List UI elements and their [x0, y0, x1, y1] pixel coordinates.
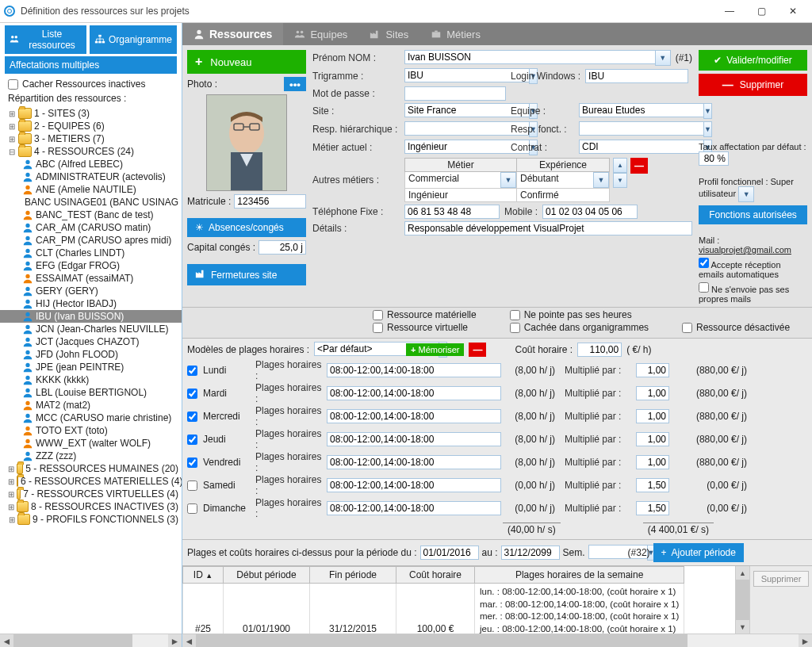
left-h-scrollbar[interactable]: ◄ ►: [0, 634, 182, 647]
day-range-input[interactable]: [327, 478, 501, 492]
col-start[interactable]: Début période: [224, 567, 310, 584]
tree-resource-item[interactable]: KKKK (kkkk): [0, 373, 182, 386]
tree-resource-item[interactable]: JCT (Jacques CHAZOT): [0, 335, 182, 348]
tree-resource-item[interactable]: BANC USINAGE01 (BANC USINAG: [0, 196, 182, 209]
period-row[interactable]: #2501/01/190031/12/2015100,00 €lun. : 08…: [183, 584, 684, 634]
details-input[interactable]: [404, 221, 692, 235]
tree-resource-item[interactable]: JCN (Jean-Charles NEUVILLE): [0, 323, 182, 335]
day-checkbox[interactable]: [187, 435, 197, 445]
login-input[interactable]: [585, 69, 688, 83]
remove-model-button[interactable]: —: [469, 343, 486, 357]
chevron-down-icon[interactable]: ▼: [738, 186, 754, 202]
contrat-input[interactable]: [579, 140, 703, 154]
day-checkbox[interactable]: [187, 503, 197, 514]
tree-resource-item[interactable]: JPE (jean PEINTRE): [0, 361, 182, 373]
expand-icon[interactable]: ⊞: [8, 477, 14, 486]
tree-folder[interactable]: ⊞2 - EQUIPES (6): [0, 120, 182, 132]
tree-resource-item[interactable]: EFG (Edgar FROG): [0, 259, 182, 272]
auto-emails-checkbox[interactable]: Accepte réception emails automatiques: [699, 258, 807, 279]
tree-resource-item[interactable]: CAR_PM (CARUSO apres midi): [0, 234, 182, 247]
day-range-input[interactable]: [327, 501, 501, 515]
resource-tree[interactable]: ⊞1 - SITES (3)⊞2 - EQUIPES (6)⊞3 - METIE…: [0, 105, 182, 634]
hidden-org-checkbox[interactable]: Cachée dans organigrammes: [510, 322, 663, 333]
memorize-button[interactable]: +Mémoriser: [406, 343, 464, 356]
expand-icon[interactable]: ⊞: [8, 503, 14, 511]
hourly-cost-input[interactable]: [577, 343, 622, 357]
scroll-down-icon[interactable]: ▼: [736, 620, 749, 634]
tree-folder[interactable]: ⊞7 - RESSOURCES VIRTUELLES (4): [0, 488, 182, 500]
tree-resource-item[interactable]: ANE (Amelie NAUTILE): [0, 183, 182, 196]
day-mult-input[interactable]: [636, 432, 669, 446]
day-checkbox[interactable]: [187, 412, 197, 422]
tab-metiers[interactable]: Métiers: [419, 23, 492, 45]
tree-folder[interactable]: ⊞1 - SITES (3): [0, 107, 182, 120]
list-resources-button[interactable]: Liste ressources: [5, 25, 86, 54]
org-chart-button[interactable]: Organigramme: [90, 25, 177, 54]
tree-resource-item[interactable]: IBU (Ivan BUISSON): [0, 310, 182, 323]
chevron-down-icon[interactable]: ▼: [500, 172, 516, 188]
day-mult-input[interactable]: [636, 386, 669, 400]
scroll-down-icon[interactable]: ▼: [613, 173, 627, 188]
day-mult-input[interactable]: [636, 501, 669, 515]
tree-resource-item[interactable]: HIJ (Hector IBADJ): [0, 297, 182, 310]
tree-resource-item[interactable]: CAR_AM (CARUSO matin): [0, 221, 182, 234]
day-range-input[interactable]: [327, 386, 501, 400]
day-checkbox[interactable]: [187, 480, 197, 491]
day-range-input[interactable]: [327, 409, 501, 423]
remove-metier-button[interactable]: —: [630, 158, 648, 174]
tree-resource-item[interactable]: TOTO EXT (toto): [0, 424, 182, 437]
chevron-down-icon[interactable]: ▼: [655, 50, 671, 66]
expand-icon[interactable]: ⊞: [8, 465, 14, 473]
day-checkbox[interactable]: [187, 389, 197, 399]
validate-button[interactable]: ✔Valider/modifier: [699, 50, 807, 71]
scroll-left-icon[interactable]: ◄: [0, 634, 13, 647]
tree-resource-item[interactable]: BANC_TEST (Banc de test): [0, 209, 182, 221]
tree-resource-item[interactable]: ADMINISTRATEUR (actevolis): [0, 170, 182, 183]
col-end[interactable]: Fin période: [310, 567, 396, 584]
col-cost[interactable]: Coût horaire: [396, 567, 475, 584]
tree-folder[interactable]: ⊞8 - RESSOURCES INACTIVES (3): [0, 500, 182, 513]
chevron-down-icon[interactable]: ▼: [593, 172, 609, 188]
sort-asc-icon[interactable]: ▲: [205, 572, 213, 580]
tree-resource-item[interactable]: ZZZ (zzz): [0, 450, 182, 462]
mail-link[interactable]: visualprojet@gmail.com: [699, 245, 791, 255]
tree-resource-item[interactable]: MCC (CARUSO marie christine): [0, 412, 182, 424]
scroll-right-icon[interactable]: ►: [799, 634, 812, 647]
tel-input[interactable]: [404, 205, 500, 219]
taux-input[interactable]: [699, 151, 729, 166]
tree-resource-item[interactable]: CLT (Charles LINDT): [0, 247, 182, 259]
col-detail[interactable]: Plages horaires de la semaine: [475, 567, 684, 584]
period-to-input[interactable]: [501, 546, 560, 560]
day-checkbox[interactable]: [187, 366, 197, 376]
tree-resource-item[interactable]: WWW_EXT (walter WOLF): [0, 437, 182, 450]
password-input[interactable]: [404, 86, 506, 101]
name-input[interactable]: [404, 50, 655, 64]
day-mult-input[interactable]: [636, 478, 669, 492]
tree-folder[interactable]: ⊞3 - METIERS (7): [0, 132, 182, 145]
close-button[interactable]: ✕: [777, 0, 809, 22]
tree-folder[interactable]: ⊟4 - RESSOURCES (24): [0, 145, 182, 158]
right-h-scrollbar[interactable]: ◄ ►: [182, 634, 812, 647]
minimize-button[interactable]: ―: [714, 0, 745, 22]
photo-browse-button[interactable]: •••: [284, 77, 306, 91]
matricule-input[interactable]: [234, 194, 306, 209]
period-from-input[interactable]: [420, 546, 479, 560]
add-period-button[interactable]: +Ajouter période: [653, 543, 744, 562]
scroll-left-icon[interactable]: ◄: [182, 634, 196, 647]
mobile-input[interactable]: [542, 205, 638, 219]
tree-folder[interactable]: ⊞5 - RESSOURCES HUMAINES (20): [0, 462, 182, 475]
tab-sites[interactable]: Sites: [358, 23, 419, 45]
no-self-email-checkbox[interactable]: Ne s'envoie pas ses propres mails: [699, 282, 807, 304]
hide-inactive-input[interactable]: [8, 79, 18, 90]
scroll-up-icon[interactable]: ▲: [736, 566, 749, 580]
capital-input[interactable]: [259, 240, 306, 255]
team-input[interactable]: [579, 103, 703, 117]
tab-resources[interactable]: Ressources: [182, 23, 283, 45]
tree-resource-item[interactable]: JFD (John FLOOD): [0, 348, 182, 361]
resp-f-input[interactable]: [579, 121, 703, 136]
expand-icon[interactable]: ⊞: [8, 515, 15, 524]
no-pointe-checkbox[interactable]: Ne pointe pas ses heures: [510, 309, 663, 320]
allowed-functions-button[interactable]: Fonctions autorisées: [699, 205, 807, 224]
tree-resource-item[interactable]: MAT2 (mat2): [0, 399, 182, 412]
expand-icon[interactable]: ⊞: [8, 122, 16, 131]
